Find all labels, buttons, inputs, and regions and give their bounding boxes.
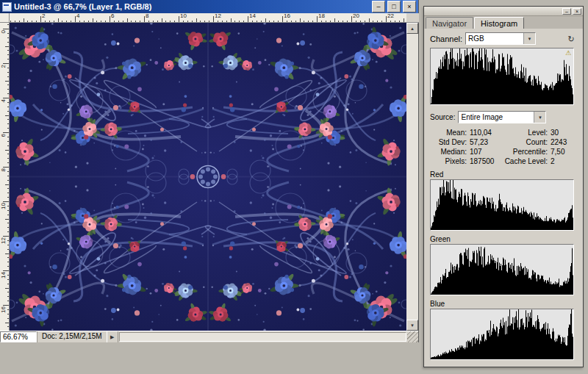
refresh-histogram-icon[interactable]: ↻	[565, 34, 577, 44]
doc-size-indicator[interactable]: Doc: 2,15M/2,15M	[37, 331, 107, 342]
horizontal-scroll-area[interactable]	[119, 332, 406, 342]
ruler-tick	[3, 236, 10, 237]
red-channel-label: Red	[430, 170, 577, 179]
stat-value: 187500	[470, 157, 494, 165]
ruler-tick	[179, 16, 179, 23]
blue-histogram-plot	[431, 309, 573, 359]
palette-collapse-button[interactable]: –	[562, 8, 571, 15]
ruler-number: 16	[284, 13, 290, 19]
document-title: Untitled-3 @ 66,7% (Layer 1, RGB/8)	[14, 2, 370, 11]
ruler-number: 12	[215, 13, 221, 19]
palette-close-button[interactable]: ×	[573, 8, 581, 15]
rgb-histogram-plot	[431, 48, 573, 104]
stat-label: Count:	[503, 138, 548, 146]
desktop: Untitled-3 @ 66,7% (Layer 1, RGB/8) – □ …	[0, 0, 588, 374]
channel-dropdown-arrow-icon[interactable]: ▼	[523, 33, 535, 44]
fabric-artwork	[10, 23, 406, 331]
maximize-button[interactable]: □	[387, 1, 401, 12]
channel-dropdown[interactable]: RGB ▼	[465, 32, 536, 45]
ruler-number: 16	[1, 306, 7, 313]
ruler-number: 8	[1, 168, 7, 171]
red-histogram	[430, 179, 574, 231]
ruler-corner[interactable]	[0, 13, 10, 23]
ruler-tick	[3, 132, 10, 133]
channel-row: Channel: RGB ▼ ↻	[430, 32, 577, 45]
stat-label: Std Dev:	[430, 138, 467, 146]
stat-label: Cache Level:	[503, 157, 548, 165]
photoshop-file-icon	[2, 2, 12, 12]
ruler-number: 4	[76, 13, 79, 19]
ruler-number: 4	[1, 99, 7, 102]
ruler-tick	[110, 16, 110, 23]
source-label: Source:	[430, 113, 455, 121]
ruler-number: 14	[249, 13, 256, 19]
zoom-level-field[interactable]: 66.67%	[0, 331, 37, 342]
canvas-image[interactable]	[10, 23, 406, 331]
ruler-number: 12	[1, 237, 7, 244]
channel-label: Channel:	[430, 35, 462, 43]
ruler-number: 6	[1, 134, 7, 137]
ruler-tick	[3, 63, 10, 64]
blue-histogram	[430, 309, 574, 360]
ruler-tick	[282, 16, 283, 23]
stat-value: 107	[470, 148, 482, 156]
stat-label: Pixels:	[430, 157, 467, 165]
source-value: Entire Image	[459, 112, 534, 123]
document-window: Untitled-3 @ 66,7% (Layer 1, RGB/8) – □ …	[0, 0, 419, 342]
palette-tabs: Navigator Histogram	[424, 16, 583, 29]
ruler-tick	[317, 16, 318, 23]
rgb-histogram: ⚠	[430, 48, 574, 105]
ruler-number: 10	[180, 13, 187, 19]
ruler-number: 18	[318, 13, 325, 19]
close-button[interactable]: ×	[403, 1, 416, 12]
ruler-number: 2	[1, 65, 7, 68]
histogram-bars	[431, 180, 573, 230]
stat-label: Percentile:	[503, 148, 548, 156]
tab-histogram[interactable]: Histogram	[474, 17, 524, 29]
ruler-number: 10	[1, 203, 7, 209]
scroll-up-button[interactable]: ▲	[406, 23, 418, 34]
stat-value: 2	[551, 157, 555, 165]
histogram-palette: – × Navigator Histogram Channel: RGB ▼ ↻…	[423, 6, 584, 367]
vertical-scrollbar[interactable]: ▲ ▼	[406, 23, 418, 331]
ruler-tick	[40, 16, 41, 23]
horizontal-ruler[interactable]: 246810121416182022	[10, 13, 406, 23]
scroll-down-button[interactable]: ▼	[406, 320, 418, 331]
cached-data-warning-icon[interactable]: ⚠	[565, 49, 571, 57]
status-bar: 66.67% Doc: 2,15M/2,15M ▶	[0, 331, 418, 342]
ruler-tick	[3, 98, 10, 98]
source-dropdown-arrow-icon[interactable]: ▼	[534, 112, 545, 123]
source-dropdown[interactable]: Entire Image ▼	[458, 111, 546, 123]
blue-channel-label: Blue	[430, 300, 577, 308]
ruler-tick	[3, 201, 10, 202]
ruler-tick	[248, 16, 248, 23]
document-titlebar[interactable]: Untitled-3 @ 66,7% (Layer 1, RGB/8) – □ …	[0, 0, 418, 13]
ruler-number: 20	[353, 13, 359, 19]
stats-right-column: Level:30 Count:2243 Percentile:7,50 Cach…	[503, 128, 577, 166]
stat-value: 57,23	[470, 138, 488, 146]
ruler-number: 8	[146, 13, 148, 19]
green-histogram	[430, 244, 574, 295]
stat-value: 110,04	[470, 129, 492, 137]
stats-left-column: Mean:110,04 Std Dev:57,23 Median:107 Pix…	[430, 128, 503, 166]
resize-grip[interactable]	[407, 331, 418, 342]
vertical-ruler[interactable]: 0246810121416	[0, 23, 10, 331]
source-row: Source: Entire Image ▼	[430, 111, 577, 123]
ruler-number: 22	[387, 13, 394, 19]
vertical-scroll-track[interactable]	[406, 34, 418, 320]
ruler-tick	[3, 167, 10, 168]
green-histogram-plot	[431, 245, 573, 295]
ruler-tick	[3, 29, 10, 29]
histogram-bars	[431, 247, 573, 295]
tab-navigator[interactable]: Navigator	[426, 17, 473, 29]
stat-label: Mean:	[430, 129, 467, 137]
status-menu-arrow-icon[interactable]: ▶	[107, 331, 118, 342]
palette-titlebar[interactable]: – ×	[424, 7, 583, 16]
ruler-tick	[351, 16, 352, 23]
stat-label: Median:	[430, 148, 467, 156]
stat-value: 30	[551, 129, 559, 137]
histogram-bars	[431, 309, 573, 359]
ruler-tick	[386, 16, 387, 23]
minimize-button[interactable]: –	[372, 1, 385, 12]
histogram-panel: Channel: RGB ▼ ↻ ⚠ Source: Entire Image …	[424, 29, 583, 360]
